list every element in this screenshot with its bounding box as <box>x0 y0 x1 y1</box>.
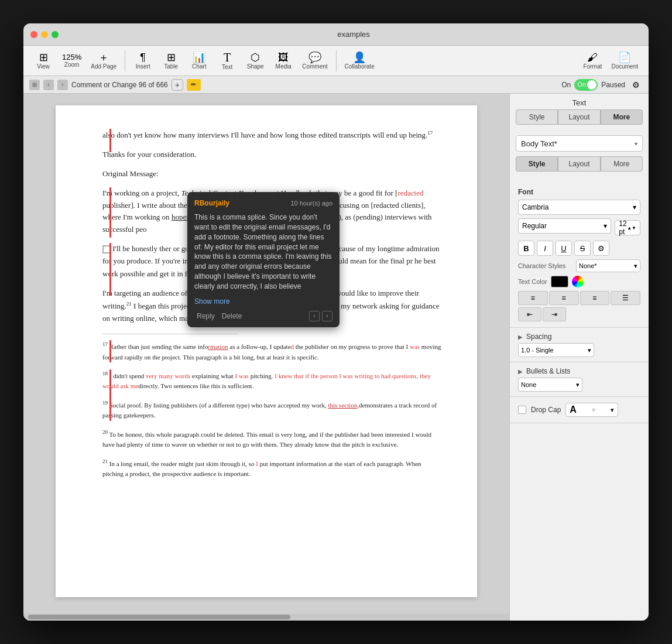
table-button[interactable]: ⊞ Table <box>158 50 184 71</box>
table-icon: ⊞ <box>167 52 176 63</box>
insert-button[interactable]: ¶ Insert <box>130 50 156 71</box>
title-bar: examples <box>23 23 649 46</box>
panel-content-tabs: Style Layout More <box>516 156 643 172</box>
sidebar-toggle-button[interactable]: ⊞ <box>29 80 40 90</box>
footnote-20: 20 To be honest, this whole paragraph co… <box>102 428 442 450</box>
collaborate-button[interactable]: 👤 Collaborate <box>341 50 378 71</box>
body-text-dropdown[interactable]: Body Text* ▾ <box>516 135 643 152</box>
footnote17-tracked3: was <box>410 343 420 350</box>
comment-bar-3 <box>109 243 111 296</box>
track-settings-button[interactable]: ⚙ <box>629 78 643 92</box>
comment-actions: Reply Delete ‹ › <box>194 311 332 321</box>
bullets-section[interactable]: ▶ Bullets & Lists None ▾ <box>510 362 649 397</box>
font-style-dropdown[interactable]: Regular ▾ <box>518 218 611 234</box>
content-tab-more[interactable]: More <box>601 156 643 172</box>
delete-button[interactable]: Delete <box>220 311 245 321</box>
comment-button[interactable]: 💬 Comment <box>299 50 331 71</box>
bullets-content: None ▾ <box>518 378 640 392</box>
format-tabs-container: Style Layout More <box>510 109 649 135</box>
document-page: RBourjaily 10 hour(s) ago This is a comm… <box>56 105 477 597</box>
media-button[interactable]: 🖼 Media <box>270 50 296 71</box>
tab-more[interactable]: More <box>601 109 643 125</box>
horizontal-scrollbar[interactable] <box>23 614 509 621</box>
text-button[interactable]: T Text <box>214 50 240 72</box>
font-name-dropdown[interactable]: Cambria ▾ <box>518 200 640 215</box>
next-comment-button[interactable]: › <box>322 311 332 321</box>
format-button[interactable]: 🖌 Format <box>580 50 605 71</box>
add-page-button[interactable]: ＋ Add Page <box>87 50 120 71</box>
spacing-section[interactable]: ▶ Spacing 1.0 - Single ▾ <box>510 328 649 362</box>
drop-cap-checkbox[interactable] <box>518 406 526 414</box>
indent-increase-button[interactable]: ⇥ <box>543 307 566 321</box>
comment-bubble: RBourjaily 10 hour(s) ago This is a comm… <box>187 192 340 327</box>
char-styles-row: Character Styles None* ▾ <box>518 259 640 272</box>
align-center-button[interactable]: ≡ <box>549 291 579 305</box>
shape-button[interactable]: ⬡ Shape <box>242 50 268 71</box>
bold-button[interactable]: B <box>518 241 534 256</box>
show-more-button[interactable]: Show more <box>194 296 332 307</box>
content-tab-layout[interactable]: Layout <box>558 156 600 172</box>
indent-decrease-button[interactable]: ⇤ <box>518 307 541 321</box>
spacing-arrow-btn: ▾ <box>588 347 591 354</box>
drop-cap-section: Drop Cap A ≡ ▾ <box>510 397 649 423</box>
text-label: Text <box>222 64 232 70</box>
chart-button[interactable]: 📊 Chart <box>186 50 212 71</box>
add-comment-button[interactable]: + <box>172 79 183 91</box>
text-icon: T <box>224 52 231 63</box>
content-tab-style[interactable]: Style <box>516 156 558 172</box>
insert-icon: ¶ <box>140 52 146 63</box>
char-styles-dropdown[interactable]: None* ▾ <box>576 259 640 272</box>
toolbar-separator-2 <box>336 50 337 71</box>
comment-navigation: ‹ › <box>309 311 332 321</box>
reply-button[interactable]: Reply <box>194 311 217 321</box>
color-swatch[interactable] <box>551 276 568 287</box>
format-label: Format <box>584 63 602 70</box>
font-size-stepper[interactable]: ▲▼ <box>627 225 636 231</box>
zoom-button[interactable]: 125% Zoom <box>59 52 85 70</box>
highlight-button[interactable]: ✏ <box>187 79 201 91</box>
font-size-input[interactable]: 12 pt ▲▼ <box>615 220 640 235</box>
prev-comment-button[interactable]: ‹ <box>309 311 320 321</box>
shape-icon: ⬡ <box>251 52 260 63</box>
footnote-ref-17: 17 <box>427 130 433 136</box>
prev-change-button[interactable]: ‹ <box>43 80 54 90</box>
spacing-dropdown[interactable]: 1.0 - Single ▾ <box>518 343 594 357</box>
align-right-button[interactable]: ≡ <box>580 291 610 305</box>
minimize-button[interactable] <box>41 31 48 38</box>
next-change-button[interactable]: › <box>57 80 68 90</box>
document-area[interactable]: RBourjaily 10 hour(s) ago This is a comm… <box>23 94 509 621</box>
footnote21-tracked: I <box>256 460 258 467</box>
align-left-button[interactable]: ≡ <box>518 291 548 305</box>
footnote18-tracked1: very many words <box>146 372 190 379</box>
paragraph-3: Original Message: <box>102 168 442 180</box>
para1-text: also don't yet know how many interviews … <box>102 131 433 139</box>
fullscreen-button[interactable] <box>52 31 59 38</box>
tab-style[interactable]: Style <box>516 109 558 125</box>
view-button[interactable]: ⊞ View <box>30 50 56 71</box>
bullets-arrow-btn: ▾ <box>576 381 580 389</box>
color-wheel[interactable] <box>572 276 584 287</box>
tab-layout[interactable]: Layout <box>558 109 600 125</box>
drop-cap-dropdown[interactable]: A ≡ ▾ <box>565 403 618 417</box>
strikethrough-button[interactable]: S <box>574 241 591 256</box>
align-justify-button[interactable]: ☰ <box>611 291 640 305</box>
track-toggle[interactable]: On <box>574 79 598 91</box>
bullets-arrow: ▶ <box>518 368 523 375</box>
para2-text: Thanks for your consideration. <box>102 150 196 159</box>
close-button[interactable] <box>30 31 37 38</box>
text-style-settings-button[interactable]: ⚙ <box>593 241 609 256</box>
comment-author: RBourjaily <box>194 198 229 209</box>
bullets-value: None <box>521 381 536 388</box>
footnote19-link: this section <box>328 402 357 409</box>
view-icon: ⊞ <box>39 52 48 63</box>
italic-button[interactable]: I <box>537 241 553 256</box>
zoom-label: Zoom <box>64 61 80 68</box>
document-button[interactable]: 📄 Document <box>608 50 642 71</box>
comment-bar-2 <box>109 187 111 238</box>
comment-time: 10 hour(s) ago <box>290 198 332 209</box>
bullets-dropdown[interactable]: None ▾ <box>518 378 582 392</box>
underline-button[interactable]: U <box>556 241 572 256</box>
add-page-icon: ＋ <box>98 52 109 63</box>
scrollbar-thumb[interactable] <box>28 615 290 619</box>
track-toggle-group: On On Paused <box>561 79 625 91</box>
